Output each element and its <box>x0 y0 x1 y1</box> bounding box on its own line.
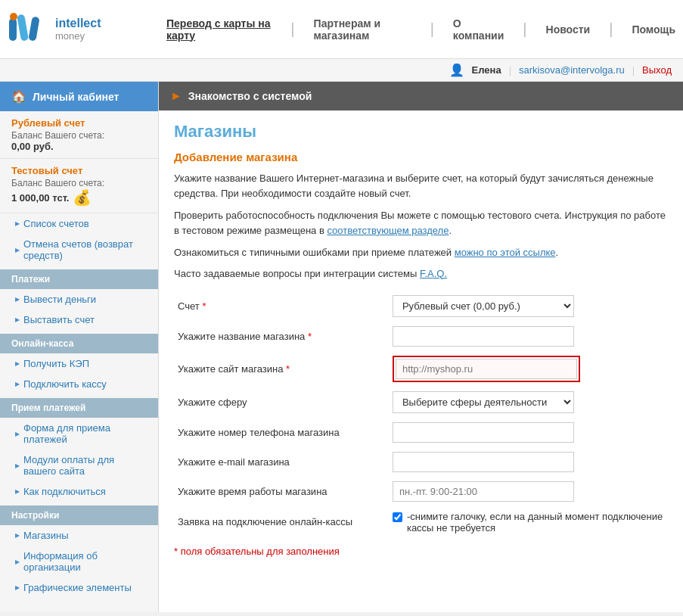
email-row: Укажите e-mail магазина <box>174 447 668 477</box>
sidebar-item-payment-modules[interactable]: Модули оплаты для вашего сайта <box>0 450 158 481</box>
sidebar: 🏠 Личный кабинет Рублевый счет Баланс Ва… <box>0 82 159 612</box>
svg-rect-1 <box>17 14 29 41</box>
shops-link[interactable]: Магазины <box>23 530 69 541</box>
shop-site-input[interactable] <box>396 359 577 379</box>
phone-label: Укажите номер телефона магазина <box>174 418 389 447</box>
nav-help[interactable]: Помощь <box>632 23 675 36</box>
nav-transfer[interactable]: Перевод с карты на карту <box>166 17 272 42</box>
cancel-accounts-link[interactable]: Отмена счетов (возврат средств) <box>23 238 147 261</box>
errors-link[interactable]: можно по этой ссылке <box>455 247 556 258</box>
get-kep-link[interactable]: Получить КЭП <box>23 358 89 369</box>
sidebar-item-payment-form[interactable]: Форма для приема платежей <box>0 418 158 450</box>
breadcrumb-label: Знакомство с системой <box>188 90 312 102</box>
online-kassa-checkbox-row: -снимите галочку, если на данный момент … <box>393 511 664 534</box>
online-kassa-checkbox[interactable] <box>393 512 402 522</box>
sidebar-item-connect-kassa[interactable]: Подключить кассу <box>0 374 158 394</box>
breadcrumb-bar: ► Знакомство с системой <box>159 82 683 110</box>
sidebar-item-cancel-accounts[interactable]: Отмена счетов (возврат средств) <box>0 234 158 266</box>
house-icon: 🏠 <box>11 89 26 104</box>
svg-point-3 <box>10 13 17 20</box>
page-title: Магазины <box>174 122 668 142</box>
connect-kassa-link[interactable]: Подключить кассу <box>23 378 107 390</box>
desc3: Ознакомиться с типичными ошибками при пр… <box>174 245 668 260</box>
section-title: Добавление магазина <box>174 151 668 163</box>
user-sep-1: | <box>509 64 511 76</box>
online-kassa-row: Заявка на подключение онлайн-кассы -сним… <box>174 506 668 538</box>
add-shop-form: Счет * Рублевый счет (0,00 руб.) Укажите… <box>174 291 668 538</box>
ruble-account-link[interactable]: Рублевый счет <box>11 117 85 129</box>
logout-button[interactable]: Выход <box>642 64 672 76</box>
sphere-select[interactable]: Выберите сферы деятельности <box>393 391 574 413</box>
sidebar-item-withdraw[interactable]: Вывести деньги <box>0 289 158 310</box>
test-balance-label: Баланс Вашего счета: <box>11 178 147 188</box>
accounts-list-link[interactable]: Список счетов <box>23 218 89 229</box>
online-kassa-input-cell: -снимите галочку, если на данный момент … <box>389 506 668 538</box>
email-input[interactable] <box>393 452 574 472</box>
phone-row: Укажите номер телефона магазина <box>174 418 668 447</box>
account-label: Счет * <box>174 291 389 322</box>
test-mode-link[interactable]: соответствующем разделе <box>327 225 449 236</box>
nav-company[interactable]: О компании <box>453 17 504 42</box>
layout: 🏠 Личный кабинет Рублевый счет Баланс Ва… <box>0 82 683 612</box>
nav-partners[interactable]: Партнерам и магазинам <box>314 17 411 42</box>
sidebar-header: 🏠 Личный кабинет <box>0 82 158 111</box>
main-nav: Перевод с карты на карту | Партнерам и м… <box>166 17 675 42</box>
work-hours-input[interactable] <box>393 481 574 502</box>
account-input-cell: Рублевый счет (0,00 руб.) <box>389 291 668 322</box>
payment-form-link[interactable]: Форма для приема платежей <box>23 422 147 445</box>
site-input-wrapper <box>393 356 580 382</box>
org-info-link[interactable]: Информация об организации <box>23 550 147 573</box>
online-kassa-section-header: Онлайн-касса <box>0 334 158 353</box>
graphics-link[interactable]: Графические элементы <box>23 582 132 593</box>
sidebar-item-get-kep[interactable]: Получить КЭП <box>0 353 158 374</box>
phone-input[interactable] <box>393 422 574 443</box>
user-email[interactable]: sarkisova@intervolga.ru <box>519 64 625 76</box>
sphere-label: Укажите сферу <box>174 387 389 418</box>
nav-news[interactable]: Новости <box>546 23 591 36</box>
sidebar-item-accounts-list[interactable]: Список счетов <box>0 213 158 234</box>
test-account-link[interactable]: Тестовый счет <box>11 165 82 176</box>
logo-area: intellect money <box>8 11 166 48</box>
header: intellect money Перевод с карты на карту… <box>0 0 683 59</box>
payment-modules-link[interactable]: Модули оплаты для вашего сайта <box>23 454 147 477</box>
withdraw-link[interactable]: Вывести деньги <box>23 294 96 305</box>
invoice-link[interactable]: Выставить счет <box>23 314 95 325</box>
nav-sep-3: | <box>523 20 526 38</box>
online-kassa-label: Заявка на подключение онлайн-кассы <box>174 506 389 538</box>
content-area: Магазины Добавление магазина Укажите наз… <box>159 110 683 568</box>
ruble-balance-value: 0,00 руб. <box>11 141 147 152</box>
email-label: Укажите e-mail магазина <box>174 447 389 477</box>
online-kassa-desc: -снимите галочку, если на данный момент … <box>407 511 664 534</box>
user-icon: 👤 <box>449 63 464 77</box>
accept-payments-section-header: Прием платежей <box>0 398 158 418</box>
settings-section-header: Настройки <box>0 506 158 525</box>
ruble-account-section: Рублевый счет Баланс Вашего счета: 0,00 … <box>0 111 158 159</box>
user-sep-2: | <box>632 64 635 76</box>
sidebar-item-org-info[interactable]: Информация об организации <box>0 546 158 577</box>
svg-rect-2 <box>28 16 39 41</box>
breadcrumb-arrow: ► <box>170 89 182 103</box>
user-bar: 👤 Елена | sarkisova@intervolga.ru | Выхо… <box>0 59 683 82</box>
sidebar-item-how-to-connect[interactable]: Как подключиться <box>0 481 158 502</box>
shop-name-label: Укажите название магазина * <box>174 322 389 351</box>
sphere-row: Укажите сферу Выберите сферы деятельност… <box>174 387 668 418</box>
sidebar-item-invoice[interactable]: Выставить счет <box>0 310 158 330</box>
work-hours-row: Укажите время работы магазина <box>174 477 668 506</box>
shop-site-row: Укажите сайт магазина * <box>174 351 668 387</box>
coin-icon: 💰 <box>73 188 92 207</box>
how-to-connect-link[interactable]: Как подключиться <box>23 486 106 497</box>
sphere-input-cell: Выберите сферы деятельности <box>389 387 668 418</box>
sidebar-item-graphics[interactable]: Графические элементы <box>0 577 158 598</box>
account-row: Счет * Рублевый счет (0,00 руб.) <box>174 291 668 322</box>
desc1: Укажите название Вашего Интернет-магазин… <box>174 171 668 201</box>
shop-name-input-cell <box>389 322 668 351</box>
logo-text: intellect money <box>55 17 101 42</box>
test-account-section: Тестовый счет Баланс Вашего счета: 1 000… <box>0 159 158 213</box>
sidebar-item-shops[interactable]: Магазины <box>0 525 158 546</box>
test-balance-value: 1 000,00 тст. 💰 <box>11 188 147 207</box>
shop-name-input[interactable] <box>393 326 574 347</box>
account-select[interactable]: Рублевый счет (0,00 руб.) <box>393 295 574 317</box>
faq-link[interactable]: F.A.Q. <box>420 268 447 279</box>
logo-icon <box>8 11 49 48</box>
nav-sep-2: | <box>430 20 434 38</box>
